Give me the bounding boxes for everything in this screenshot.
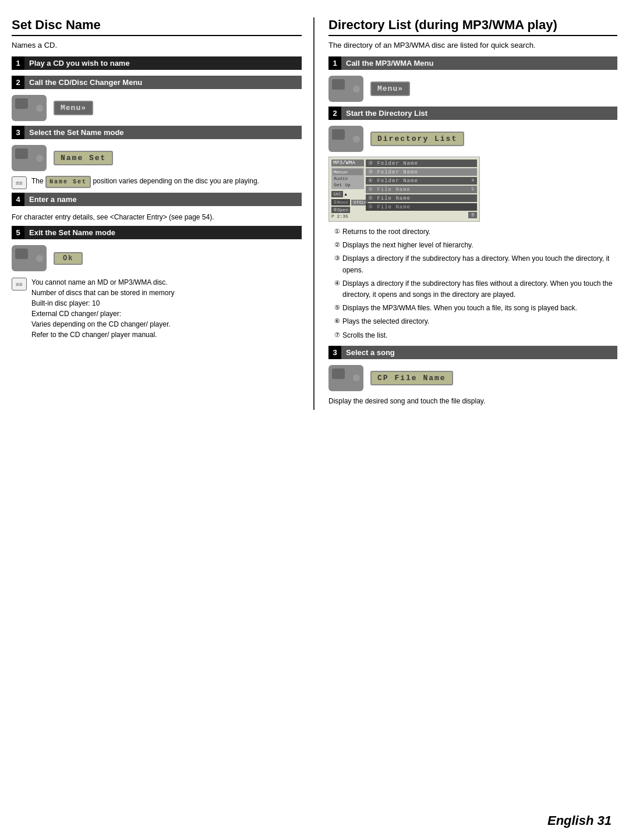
note-line-6: Refer to the CD changer/ player manual. [31, 331, 157, 339]
device-illustration-3 [12, 145, 47, 171]
device-illustration-5 [12, 245, 47, 271]
right-step-2-row: 2 Start the Directory List [328, 107, 617, 120]
step-5-label: Exit the Set Name mode [24, 226, 302, 239]
name-set-note: ≡≡ The Name Set position varies dependin… [12, 176, 302, 189]
step-3-number: 3 [12, 126, 24, 139]
num-item-7: ⑦ Scrolls the list. [334, 330, 617, 341]
dir-list-lcd: Directory List [370, 132, 464, 146]
dir-folder-2: ③ Folder Name [366, 168, 477, 176]
step-4-label: Enter a name [24, 193, 302, 206]
right-device-illustration-3 [328, 365, 363, 391]
dir-file-3: ⑤ File Name [366, 203, 477, 211]
dir-folder-3: ④ Folder Name 4 [366, 177, 477, 185]
footer-text: English 31 [547, 813, 612, 828]
note-icon-1: ≡≡ [12, 176, 27, 189]
right-step-2-label: Start the Directory List [341, 107, 617, 120]
right-column: Directory List (during MP3/WMA play) The… [314, 17, 617, 410]
right-step-2-number: 2 [328, 107, 341, 120]
dir-src-label: SRC [331, 191, 343, 197]
dir-left-menu: MP3/WMA Menu« Audio Set Up SRC ▲ ①Root [331, 160, 364, 219]
step-2-label: Call the CD/Disc Changer Menu [24, 76, 302, 89]
circle-5: ⑤ [334, 303, 340, 313]
dir-root-label: ①Root [331, 199, 350, 205]
num-item-3: ③ Displays a directory if the subdirecto… [334, 253, 617, 275]
dir-folder-3-num: 4 [471, 178, 475, 184]
step-1-label: Play a CD you wish to name [24, 56, 302, 70]
right-step-2-device-row: Directory List [328, 126, 617, 152]
dir-scroll-btn: ⑦ [366, 212, 477, 218]
step-2-number: 2 [12, 76, 24, 89]
left-section-title: Set Disc Name [12, 17, 302, 36]
dir-folder-1-label: ③ Folder Name [368, 160, 418, 166]
note-line-5: Varies depending on the CD changer/ play… [31, 320, 171, 328]
right-step-1-device-row: Menu» [328, 76, 617, 102]
circle-3: ③ [334, 253, 340, 264]
right-menu-lcd: Menu» [370, 81, 410, 96]
num-text-3: Displays a directory if the subdirectory… [342, 253, 617, 275]
right-step-3-label: Select a song [341, 346, 617, 359]
dir-time-row: P 2:35 [331, 214, 364, 219]
right-step-3-row: 3 Select a song [328, 346, 617, 359]
select-song-text: Display the desired song and touch the f… [328, 396, 617, 406]
num-text-1: Returns to the root directory. [342, 226, 430, 238]
num-text-4: Displays a directory if the subdirectory… [342, 278, 617, 300]
step-4-row: 4 Enter a name [12, 193, 302, 206]
dir-mp3wma-label: MP3/WMA [331, 160, 364, 166]
num-item-4: ④ Displays a directory if the subdirecto… [334, 278, 617, 300]
dir-folder-1: ③ Folder Name [366, 160, 477, 167]
file-name-lcd: CP File Name [370, 371, 453, 385]
step-1-row: 1 Play a CD you wish to name [12, 56, 302, 70]
dir-file-2: ⑤ File Name [366, 194, 477, 202]
note-line-2: Number of discs that can be stored in me… [31, 289, 174, 297]
step-5-device-row: Ok [12, 245, 302, 271]
num-text-6: Plays the selected directory. [342, 316, 429, 327]
directory-screenshot: MP3/WMA Menu« Audio Set Up SRC ▲ ①Root [328, 157, 480, 222]
menu-lcd-1: Menu» [54, 101, 93, 115]
dir-file-1: ⑤ File Name 5 [366, 186, 477, 193]
dir-src-arrow: ▲ [344, 192, 347, 197]
note-position-text: position varies depending on the disc yo… [93, 177, 259, 185]
step-4-number: 4 [12, 193, 24, 206]
right-step-1-label: Call the MP3/WMA Menu [341, 56, 617, 70]
num-item-6: ⑥ Plays the selected directory. [334, 316, 617, 327]
dir-screenshot-inner: MP3/WMA Menu« Audio Set Up SRC ▲ ①Root [331, 160, 477, 219]
num-item-1: ① Returns to the root directory. [334, 226, 617, 238]
note-icon-2: ≡≡ [12, 278, 27, 290]
circle-2: ② [334, 240, 340, 250]
circle-4: ④ [334, 278, 340, 289]
num-text-2: Displays the next higher level of hierar… [342, 240, 473, 251]
num-text-7: Scrolls the list. [342, 330, 387, 341]
left-column: Set Disc Name Names a CD. 1 Play a CD yo… [12, 17, 314, 410]
step-5-number: 5 [12, 226, 24, 239]
dir-src-row: SRC ▲ [331, 191, 364, 197]
dir-open-row: ⑥Open [331, 207, 364, 212]
note-line-3: Built-in disc player: 10 [31, 299, 100, 307]
num-item-5: ⑤ Displays the MP3/WMA files. When you t… [334, 303, 617, 314]
footer: English 31 [547, 813, 612, 828]
right-step-3-device-row: CP File Name [328, 365, 617, 391]
left-subtitle: Names a CD. [12, 41, 302, 49]
dir-audio-item: Audio [333, 175, 363, 182]
right-device-illustration-1 [328, 76, 363, 102]
dir-root-row: ①Root ②FOlr [331, 199, 364, 205]
notes-row: ≡≡ You cannot name an MD or MP3/WMA disc… [12, 277, 302, 340]
dir-file-1-label: ⑤ File Name [368, 186, 411, 193]
right-step-3-number: 3 [328, 346, 341, 359]
enter-name-text: For character entry details, see <Charac… [12, 212, 302, 222]
right-step-1-number: 1 [328, 56, 341, 70]
step-3-row: 3 Select the Set Name mode [12, 126, 302, 139]
step-2-device-row: Menu» [12, 95, 302, 121]
dir-open-btn: ⑥Open [331, 207, 350, 213]
page: Set Disc Name Names a CD. 1 Play a CD yo… [0, 0, 629, 840]
right-step-1-row: 1 Call the MP3/WMA Menu [328, 56, 617, 70]
numbered-explanations: ① Returns to the root directory. ② Displ… [334, 226, 617, 341]
device-illustration-2 [12, 95, 47, 121]
step-3-device-row: Name Set [12, 145, 302, 171]
name-set-inline-lcd: Name Set [45, 176, 91, 188]
note-line-1: You cannot name an MD or MP3/WMA disc. [31, 278, 168, 286]
num-item-2: ② Displays the next higher level of hier… [334, 240, 617, 251]
dir-setup-item: Set Up [333, 182, 363, 188]
num-text-5: Displays the MP3/WMA files. When you tou… [342, 303, 577, 314]
ok-lcd: Ok [54, 252, 83, 265]
circle-7: ⑦ [334, 330, 340, 341]
